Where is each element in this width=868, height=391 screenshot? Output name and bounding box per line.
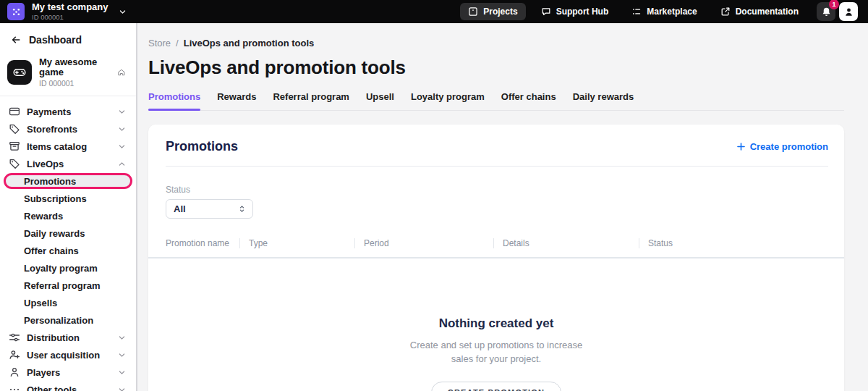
column-header-status: Status (639, 238, 844, 248)
card-header: Promotions Create promotion (148, 125, 844, 166)
plus-icon (736, 142, 746, 151)
topnav-label: Documentation (736, 7, 799, 17)
topnav-label: Marketplace (647, 7, 697, 17)
sidebar-item-players[interactable]: Players (0, 363, 136, 381)
sidebar-item-label: Personalization (24, 315, 93, 326)
sidebar-item-label: Rewards (24, 211, 63, 222)
chevron-down-icon (118, 125, 126, 133)
sidebar-item-distribution[interactable]: Distribution (0, 329, 136, 346)
sidebar-item-other-tools[interactable]: Other tools (0, 381, 136, 391)
empty-state-description: Create and set up promotions to increase… (148, 338, 844, 366)
select-arrows-icon (237, 204, 247, 214)
project-selector[interactable]: My awesome game ID 000001 (0, 54, 136, 96)
topnav-marketplace[interactable]: Marketplace (624, 3, 705, 20)
tab-referral-program[interactable]: Referral program (273, 91, 349, 110)
topbar-nav: ProjectsSupport HubMarketplaceDocumentat… (460, 3, 807, 20)
project-avatar (7, 60, 32, 85)
sidebar-item-subscriptions[interactable]: Subscriptions (0, 190, 136, 207)
topbar: My test company ID 000001 ProjectsSuppor… (0, 0, 868, 23)
sidebar-item-label: Daily rewards (24, 228, 85, 239)
sidebar-item-promotions[interactable]: Promotions (4, 173, 132, 189)
breadcrumb-separator: / (176, 38, 179, 49)
archive-icon (9, 140, 20, 152)
company-id: ID 000001 (32, 13, 108, 21)
sidebar-item-label: Items catalog (27, 141, 87, 152)
tab-loyalty-program[interactable]: Loyalty program (411, 91, 485, 110)
notifications-button[interactable]: 1 (817, 2, 835, 21)
empty-state: Nothing created yet Create and set up pr… (148, 258, 844, 391)
tab-promotions[interactable]: Promotions (148, 91, 200, 110)
breadcrumb-current: LiveOps and promotion tools (184, 38, 315, 49)
sidebar-item-storefronts[interactable]: Storefronts (0, 120, 136, 138)
table-header-row: Promotion nameTypePeriodDetailsStatus (148, 238, 844, 257)
chevron-down-icon (118, 143, 126, 151)
card-title: Promotions (166, 139, 238, 154)
sidebar-item-label: Subscriptions (24, 193, 87, 204)
tab-daily-rewards[interactable]: Daily rewards (573, 91, 634, 110)
company-name: My test company (32, 2, 108, 12)
status-filter-label: Status (166, 185, 827, 195)
box-icon (468, 7, 478, 17)
sidebar-item-label: Distribution (27, 332, 80, 343)
sidebar-item-loyalty-program[interactable]: Loyalty program (0, 259, 136, 277)
company-selector[interactable]: My test company ID 000001 (7, 2, 127, 21)
topnav-projects[interactable]: Projects (460, 3, 525, 20)
external-link-icon (720, 7, 731, 17)
topnav-support-hub[interactable]: Support Hub (533, 3, 617, 20)
chevron-up-icon (118, 160, 126, 168)
status-select[interactable]: All (166, 199, 253, 219)
chevron-down-icon (118, 386, 126, 391)
sidebar-item-label: User acquisition (27, 350, 100, 361)
user-icon (9, 366, 20, 378)
column-header-type: Type (239, 238, 354, 248)
back-label: Dashboard (29, 34, 82, 46)
sidebar-item-label: Offer chains (24, 245, 79, 256)
back-to-dashboard[interactable]: Dashboard (0, 23, 136, 54)
sidebar-item-personalization[interactable]: Personalization (0, 311, 136, 329)
status-filter: Status All (148, 167, 844, 219)
tag-icon (9, 123, 20, 135)
sidebar-item-upsells[interactable]: Upsells (0, 294, 136, 311)
chat-icon (541, 7, 551, 17)
sidebar-item-offer-chains[interactable]: Offer chains (0, 242, 136, 259)
back-arrow-icon (11, 35, 21, 45)
tab-offer-chains[interactable]: Offer chains (501, 91, 556, 110)
create-promotion-button[interactable]: CREATE PROMOTION (431, 382, 562, 391)
tag-icon (9, 158, 20, 169)
user-plus-icon (9, 349, 20, 361)
sidebar-item-label: Referral program (24, 280, 100, 291)
tab-rewards[interactable]: Rewards (217, 91, 256, 110)
sidebar-item-items-catalog[interactable]: Items catalog (0, 138, 136, 155)
project-name: My awesome game (39, 57, 110, 77)
tab-upsell[interactable]: Upsell (366, 91, 394, 110)
gamepad-icon (12, 65, 27, 80)
sidebar-item-referral-program[interactable]: Referral program (0, 277, 136, 294)
profile-button[interactable] (839, 2, 858, 21)
project-id: ID 000001 (39, 79, 110, 88)
dots-icon (9, 384, 20, 391)
sidebar-item-daily-rewards[interactable]: Daily rewards (0, 224, 136, 242)
breadcrumb: Store / LiveOps and promotion tools (148, 38, 844, 49)
topnav-documentation[interactable]: Documentation (712, 3, 807, 20)
create-promotion-link[interactable]: Create promotion (736, 141, 828, 152)
sidebar-item-rewards[interactable]: Rewards (0, 207, 136, 224)
sidebar-item-label: Other tools (27, 384, 77, 391)
topnav-label: Support Hub (556, 7, 609, 17)
main-content: Store / LiveOps and promotion tools Live… (137, 23, 868, 391)
topbar-right: 1 (817, 2, 858, 21)
sidebar-item-user-acquisition[interactable]: User acquisition (0, 346, 136, 363)
sidebar-item-label: Payments (27, 106, 71, 117)
sidebar-item-payments[interactable]: Payments (0, 103, 136, 120)
sliders-icon (9, 332, 20, 343)
sidebar-item-liveops[interactable]: LiveOps (0, 155, 136, 172)
xsolla-logo-icon (7, 3, 25, 20)
chevron-down-icon (118, 369, 126, 377)
home-icon[interactable] (117, 67, 126, 77)
chevron-down-icon (118, 351, 126, 359)
sidebar-item-label: Loyalty program (24, 263, 98, 274)
breadcrumb-store[interactable]: Store (148, 38, 171, 49)
column-header-details: Details (493, 238, 639, 248)
person-icon (843, 7, 854, 17)
promotions-card: Promotions Create promotion Status All P… (148, 125, 844, 391)
sidebar-item-label: Upsells (24, 298, 57, 308)
